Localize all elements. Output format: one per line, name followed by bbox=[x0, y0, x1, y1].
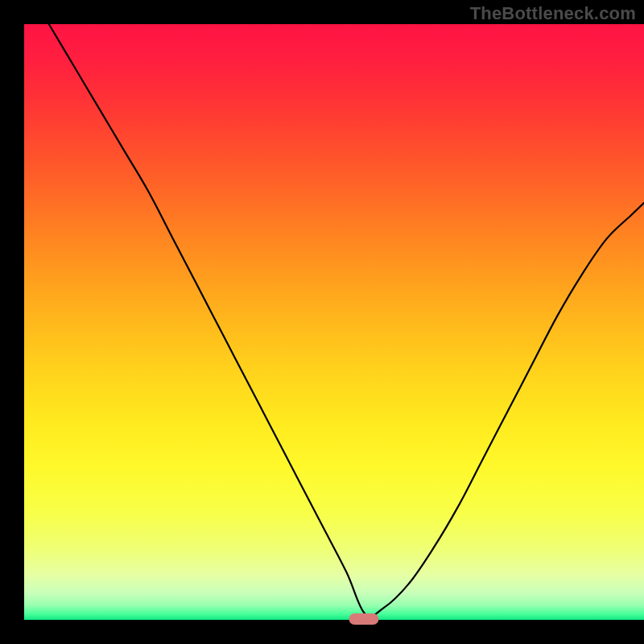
watermark-text: TheBottleneck.com bbox=[470, 3, 636, 24]
plot-background bbox=[24, 24, 644, 620]
chart-frame: TheBottleneck.com bbox=[0, 0, 644, 644]
balance-marker bbox=[349, 613, 378, 625]
bottleneck-chart bbox=[0, 0, 644, 644]
